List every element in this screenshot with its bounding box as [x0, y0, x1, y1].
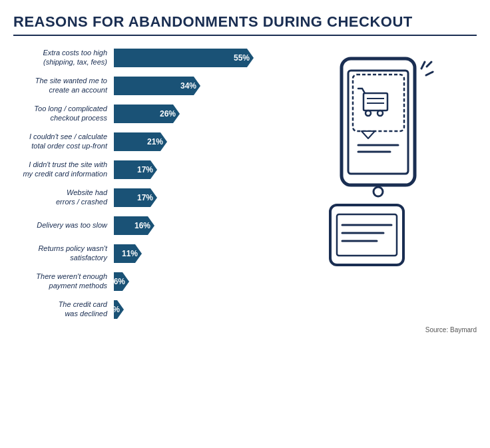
bar-row: There weren't enoughpayment methods6% — [13, 269, 273, 294]
bar-fill: 6% — [114, 272, 129, 291]
bar-fill: 26% — [114, 105, 180, 123]
svg-line-12 — [421, 62, 425, 69]
bar-percentage: 34% — [180, 81, 196, 91]
svg-rect-16 — [337, 214, 397, 256]
bar-percentage: 16% — [134, 221, 150, 230]
bar-percentage: 11% — [122, 249, 138, 258]
svg-point-2 — [373, 187, 383, 196]
bar-label: Extra costs too high(shipping, tax, fees… — [13, 49, 110, 67]
illustration — [273, 45, 477, 278]
page-title: REASONS FOR ABANDONMENTS DURING CHECKOUT — [13, 13, 477, 31]
bar-row: I didn't trust the site withmy credit ca… — [13, 157, 273, 182]
bar-fill: 4% — [114, 300, 124, 319]
chart-area: Extra costs too high(shipping, tax, fees… — [13, 45, 477, 322]
bar-wrap: 21% — [114, 132, 273, 151]
bar-label: Delivery was too slow — [13, 221, 110, 230]
bar-percentage: 55% — [234, 53, 250, 63]
bar-label: There weren't enoughpayment methods — [13, 272, 110, 291]
bar-percentage: 26% — [160, 109, 176, 118]
bar-wrap: 26% — [114, 105, 273, 123]
bar-label: I couldn't see / calculatetotal order co… — [13, 132, 110, 151]
bar-fill: 17% — [114, 188, 157, 207]
bar-fill: 16% — [114, 216, 154, 235]
bar-label: The site wanted me tocreate an account — [13, 77, 110, 95]
bar-row: I couldn't see / calculatetotal order co… — [13, 129, 273, 154]
bar-row: The credit cardwas declined4% — [13, 297, 273, 322]
bar-fill: 55% — [114, 49, 254, 67]
bar-row: Returns policy wasn'tsatisfactory11% — [13, 241, 273, 266]
title-divider — [13, 35, 477, 36]
bar-wrap: 11% — [114, 244, 273, 263]
bar-label: I didn't trust the site withmy credit ca… — [13, 160, 110, 179]
bar-wrap: 17% — [114, 160, 273, 179]
bar-fill: 11% — [114, 244, 142, 263]
bar-wrap: 55% — [114, 49, 273, 67]
bar-percentage: 21% — [147, 137, 163, 146]
bar-percentage: 6% — [114, 277, 125, 286]
bar-percentage: 17% — [137, 165, 153, 174]
bar-wrap: 4% — [114, 300, 273, 319]
svg-line-14 — [427, 62, 431, 67]
source-text: Source: Baymard — [13, 326, 477, 334]
bar-row: Website haderrors / crashed17% — [13, 185, 273, 210]
bar-wrap: 6% — [114, 272, 273, 291]
bar-label: The credit cardwas declined — [13, 300, 110, 319]
bar-wrap: 34% — [114, 77, 273, 95]
bar-fill: 34% — [114, 77, 200, 95]
bar-wrap: 16% — [114, 216, 273, 235]
bars-section: Extra costs too high(shipping, tax, fees… — [13, 45, 273, 322]
bar-fill: 17% — [114, 160, 157, 179]
bar-row: Extra costs too high(shipping, tax, fees… — [13, 45, 273, 71]
bar-row: Too long / complicatedcheckout process26… — [13, 101, 273, 126]
svg-line-13 — [426, 72, 433, 75]
bar-percentage: 4% — [109, 305, 120, 314]
bar-label: Too long / complicatedcheckout process — [13, 105, 110, 123]
bar-row: The site wanted me tocreate an account34… — [13, 73, 273, 99]
bar-fill: 21% — [114, 132, 167, 151]
bar-row: Delivery was too slow16% — [13, 213, 273, 238]
bar-percentage: 17% — [137, 193, 153, 202]
bar-label: Returns policy wasn'tsatisfactory — [13, 244, 110, 263]
bar-label: Website haderrors / crashed — [13, 188, 110, 207]
bar-wrap: 17% — [114, 188, 273, 207]
